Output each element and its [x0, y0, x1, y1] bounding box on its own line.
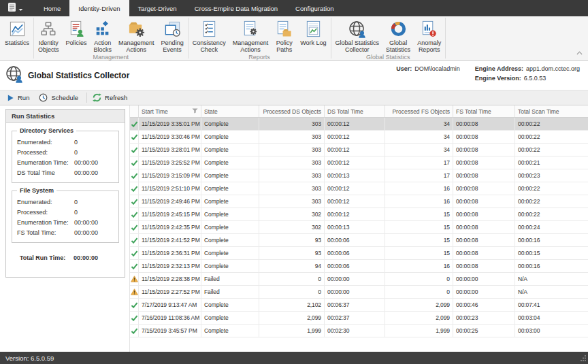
table-row[interactable]: 7/17/2019 9:13:47 AMComplete2,10200:06:3…: [130, 299, 588, 312]
table-row[interactable]: 11/15/2019 2:49:46 PMComplete30300:00:12…: [130, 195, 588, 208]
user-info: User:DOM\localadmin: [396, 65, 460, 72]
stat-label: Processed:: [17, 148, 74, 158]
column-header-processed-ds-objects[interactable]: Processed DS Objects: [259, 105, 325, 117]
cell-processed-fs-objects: 17: [385, 169, 453, 182]
table-row[interactable]: 7/15/2019 3:45:57 PMComplete1,99900:02:3…: [130, 325, 588, 337]
cell-processed-ds-objects: 303: [259, 118, 325, 130]
tab-configuration[interactable]: Configuration: [287, 0, 343, 16]
cell-start-time: 7/16/2019 11:08:36 AM: [139, 312, 201, 324]
stat-row-enumerated: Enumerated:0: [17, 197, 114, 208]
cell-state: Complete: [201, 325, 259, 337]
status-complete-icon: [130, 299, 139, 311]
cell-ds-total-time: 00:00:12: [325, 182, 385, 195]
column-header-state[interactable]: State: [201, 105, 259, 117]
table-row[interactable]: 11/15/2019 2:32:13 PMComplete9400:00:061…: [130, 260, 588, 273]
global-statistics-icon: [389, 19, 408, 39]
cell-processed-fs-objects: 0: [385, 286, 453, 298]
ribbon-button-management-action-blocks[interactable]: Action Blocks: [91, 18, 116, 53]
cell-fs-total-time: 00:00:08: [453, 208, 515, 220]
engine-version-value: 6.5.0.53: [524, 75, 546, 82]
table-row[interactable]: 11/15/2019 3:15:09 PMComplete30300:00:13…: [130, 169, 588, 182]
ribbon-button-reports-policy-paths[interactable]: Policy Paths: [272, 18, 297, 53]
tab-identity-driven[interactable]: Identity-Driven: [69, 0, 129, 16]
cell-ds-total-time: 00:00:12: [325, 118, 385, 130]
cell-state: Complete: [201, 221, 259, 233]
ribbon-button-statistics[interactable]: Statistics: [1, 18, 33, 46]
cell-fs-total-time: 00:00:00: [453, 273, 515, 285]
column-header-fs-total-time[interactable]: FS Total Time: [453, 105, 515, 117]
action-toolbar: RunScheduleRefresh: [0, 90, 588, 105]
table-row[interactable]: 11/15/2019 2:41:52 PMComplete9300:00:061…: [130, 234, 588, 247]
cell-total-scan-time: 00:03:00: [515, 325, 588, 337]
table-row[interactable]: 7/16/2019 11:08:36 AMComplete2,09900:02:…: [130, 312, 588, 325]
content-area: Run Statistics Directory ServicesEnumera…: [0, 105, 588, 352]
cell-processed-fs-objects: 34: [385, 118, 453, 130]
column-header-status[interactable]: [130, 105, 139, 117]
total-run-time-value: 00:00:00: [74, 254, 98, 261]
table-row[interactable]: 11/15/2019 3:30:46 PMComplete30300:00:12…: [130, 131, 588, 144]
cell-fs-total-time: 00:00:08: [453, 118, 515, 130]
cell-total-scan-time: 00:03:04: [515, 312, 588, 324]
column-header-start-time[interactable]: Start Time: [139, 105, 201, 117]
cell-ds-total-time: 00:00:06: [325, 234, 385, 246]
table-row[interactable]: 11/15/2019 2:36:31 PMComplete9300:00:061…: [130, 247, 588, 260]
table-row[interactable]: 11/15/2019 3:25:52 PMComplete30300:00:12…: [130, 156, 588, 169]
cell-fs-total-time: 00:00:08: [453, 221, 515, 233]
user-label: User:: [396, 65, 412, 72]
ribbon-collapse-button[interactable]: [576, 46, 583, 58]
ribbon: StatisticsIdentity ObjectsPoliciesAction…: [0, 16, 588, 61]
management-actions-report-icon: [241, 19, 259, 39]
cell-processed-fs-objects: 15: [385, 208, 453, 220]
table-row[interactable]: 11/15/2019 3:28:01 PMComplete30300:00:12…: [130, 144, 588, 156]
ribbon-button-management-pending-events[interactable]: Pending Events: [158, 18, 187, 53]
ribbon-button-management-policies[interactable]: Policies: [63, 18, 91, 46]
column-header-total-scan-time[interactable]: Total Scan Time: [515, 105, 588, 117]
tab-target-driven[interactable]: Target-Driven: [129, 0, 186, 16]
cell-total-scan-time: 00:00:22: [515, 208, 588, 220]
column-header-processed-fs-objects[interactable]: Processed FS Objects: [385, 105, 453, 117]
run-button[interactable]: Run: [3, 93, 35, 103]
cell-fs-total-time: 00:00:46: [453, 299, 515, 311]
table-row[interactable]: 11/15/2019 2:51:10 PMComplete30300:00:12…: [130, 182, 588, 195]
table-row[interactable]: 11/15/2019 3:35:01 PMComplete30300:00:12…: [130, 118, 588, 131]
cell-total-scan-time: 00:00:16: [515, 260, 588, 272]
sort-filter-icon[interactable]: [192, 108, 198, 115]
tab-home[interactable]: Home: [35, 0, 69, 16]
ribbon-tab-bar: HomeIdentity-DrivenTarget-DrivenCross-Em…: [0, 0, 588, 16]
cell-processed-ds-objects: 0: [259, 286, 325, 298]
ribbon-button-global-statistics-anomaly-reports[interactable]: Anomaly Reports: [414, 18, 444, 53]
resize-grip[interactable]: [580, 354, 587, 363]
toolbar-separator: [86, 93, 87, 103]
ribbon-button-reports-work-log[interactable]: Work Log: [297, 18, 329, 46]
table-row[interactable]: 11/15/2019 2:28:38 PMFailed000:00:00000:…: [130, 273, 588, 286]
cell-ds-total-time: 00:00:13: [325, 169, 385, 182]
ribbon-button-reports-management-actions[interactable]: Management Actions: [229, 18, 272, 53]
cell-state: Failed: [201, 273, 259, 285]
ribbon-group-label: Management: [35, 53, 187, 61]
stat-value: 00:00:00: [74, 168, 98, 178]
schedule-icon: [39, 93, 48, 102]
ribbon-button-global-statistics-global-statistics[interactable]: Global Statistics: [382, 18, 414, 53]
ribbon-button-reports-consistency-check[interactable]: Consistency Check: [189, 18, 229, 53]
app-menu-button[interactable]: [1, 0, 29, 16]
refresh-button[interactable]: Refresh: [89, 92, 133, 103]
cell-processed-ds-objects: 0: [259, 273, 325, 285]
ribbon-group: Statistics: [1, 16, 33, 60]
table-row[interactable]: 11/15/2019 2:42:35 PMComplete30200:00:13…: [130, 221, 588, 234]
refresh-icon: [93, 93, 101, 102]
stat-label: Enumerated:: [17, 137, 74, 148]
cell-processed-ds-objects: 302: [259, 221, 325, 233]
cell-fs-total-time: 00:00:25: [453, 325, 515, 337]
cell-total-scan-time: 00:00:15: [515, 247, 588, 259]
ribbon-button-management-identity-objects[interactable]: Identity Objects: [35, 18, 63, 53]
grid-body: 11/15/2019 3:35:01 PMComplete30300:00:12…: [130, 118, 588, 337]
ribbon-button-global-statistics-global-statistics-collector[interactable]: Global Statistics Collector: [332, 18, 383, 53]
tab-cross-empire-data-migration[interactable]: Cross-Empire Data Migration: [186, 0, 287, 16]
column-header-ds-total-time[interactable]: DS Total Time: [325, 105, 385, 117]
engine-version-info: Engine Version:6.5.0.53: [475, 75, 580, 82]
table-row[interactable]: 11/15/2019 2:45:15 PMComplete30200:00:12…: [130, 208, 588, 221]
ribbon-group-separator: [33, 18, 34, 59]
ribbon-button-management-management-actions[interactable]: Management Actions: [115, 18, 158, 53]
schedule-button[interactable]: Schedule: [35, 92, 84, 103]
table-row[interactable]: 11/15/2019 2:27:52 PMFailed000:00:00000:…: [130, 286, 588, 299]
